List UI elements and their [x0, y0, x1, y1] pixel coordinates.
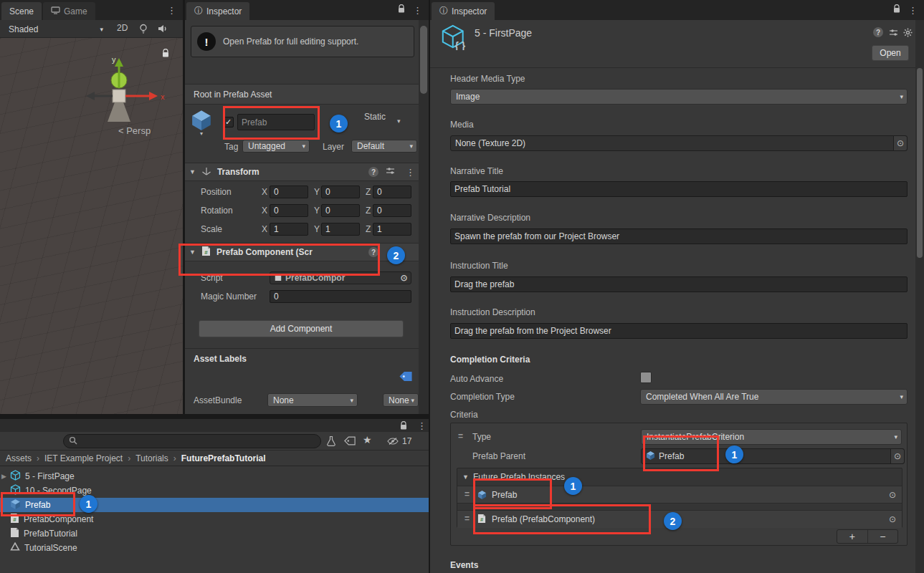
- transform-component-header[interactable]: ▼ Transform ? ⋮: [185, 163, 419, 181]
- remove-item-button[interactable]: −: [867, 530, 898, 543]
- lock-icon[interactable]: [398, 4, 405, 16]
- tab-game[interactable]: Game: [43, 2, 95, 20]
- prefab-inspector-panel: ⓘ Inspector ⋮ ! Open Prefab for full edi…: [185, 0, 429, 414]
- assetbundle-dropdown[interactable]: None▾: [267, 393, 358, 407]
- breadcrumb-tutorials[interactable]: Tutorials: [135, 453, 168, 463]
- breadcrumb-iet-example-project[interactable]: IET Example Project: [44, 453, 123, 463]
- annotation-box-project-prefab: [1, 492, 75, 516]
- auto-advance-checkbox[interactable]: [640, 372, 652, 383]
- kebab-menu-icon[interactable]: ⋮: [167, 5, 176, 16]
- tag-dropdown[interactable]: Untagged▾: [242, 140, 310, 153]
- position-y-field[interactable]: 0: [321, 186, 360, 198]
- scene-tabbar: Scene Game ⋮: [0, 0, 183, 20]
- prefab-cube-icon[interactable]: ▾: [191, 109, 212, 135]
- project-item-firstpage[interactable]: ▶ 5 - FirstPage: [0, 469, 429, 483]
- scene-lighting-icon[interactable]: [139, 24, 148, 37]
- static-dropdown[interactable]: ▾: [397, 117, 401, 125]
- kebab-menu-icon[interactable]: ⋮: [406, 167, 415, 178]
- lock-icon[interactable]: [893, 4, 900, 16]
- foldout-icon[interactable]: ▶: [1, 473, 6, 480]
- object-picker-icon[interactable]: ⊙: [890, 449, 904, 463]
- completion-type-dropdown[interactable]: Completed When All Are True▾: [640, 389, 908, 405]
- tab-inspector[interactable]: ⓘ Inspector: [432, 2, 495, 20]
- open-button-label: Open: [880, 48, 900, 58]
- scrollbar-thumb[interactable]: [420, 26, 427, 94]
- scale-y-field[interactable]: 1: [321, 223, 360, 236]
- project-item-label: TutorialScene: [24, 543, 77, 553]
- breadcrumb-assets[interactable]: Assets: [6, 453, 32, 463]
- presets-icon[interactable]: [386, 167, 395, 177]
- search-by-type-icon[interactable]: [327, 435, 335, 448]
- scrollbar-thumb[interactable]: [917, 68, 923, 258]
- add-item-button[interactable]: +: [837, 530, 867, 543]
- project-item-label: PrefabTutorial: [24, 529, 77, 539]
- assetbundle-label: AssetBundle: [194, 395, 242, 405]
- criteria-label: Criteria: [450, 410, 478, 420]
- position-z-field[interactable]: 0: [373, 186, 411, 198]
- help-icon[interactable]: ?: [368, 167, 378, 177]
- drag-handle-icon[interactable]: =: [465, 489, 470, 499]
- foldout-icon[interactable]: ▼: [189, 168, 196, 175]
- scrollbar[interactable]: [419, 20, 429, 414]
- help-icon[interactable]: ?: [873, 27, 883, 37]
- object-picker-icon[interactable]: ⊙: [893, 136, 907, 150]
- tab-game-label: Game: [64, 6, 87, 16]
- instruction-title-value: Drag the prefab: [454, 279, 514, 289]
- scale-z-field[interactable]: 1: [373, 223, 411, 236]
- hidden-count-icon[interactable]: [387, 437, 399, 448]
- instruction-description-value: Drag the prefab from the Project Browser: [454, 326, 611, 336]
- rotation-x-field[interactable]: 0: [270, 204, 308, 217]
- breadcrumb-futureprefabtutorial[interactable]: FuturePrefabTutorial: [181, 453, 266, 463]
- foldout-icon[interactable]: ▼: [462, 473, 469, 481]
- lock-icon[interactable]: [162, 49, 169, 60]
- position-x-field[interactable]: 0: [270, 186, 308, 198]
- narrative-description-field[interactable]: Spawn the prefab from our Project Browse…: [450, 228, 908, 244]
- assetbundle-variant-dropdown[interactable]: None▾: [383, 393, 419, 407]
- media-object-field[interactable]: None (Texture 2D) ⊙: [450, 135, 908, 151]
- narrative-title-field[interactable]: Prefab Tutorial: [450, 181, 908, 197]
- kebab-menu-icon[interactable]: ⋮: [417, 420, 427, 431]
- kebab-menu-icon[interactable]: ⋮: [413, 5, 422, 16]
- scene-viewport[interactable]: y x < Persp: [0, 38, 183, 414]
- 2d-toggle-button[interactable]: 2D: [117, 23, 128, 33]
- scale-x-field[interactable]: 1: [270, 223, 308, 236]
- project-item-prefabtutorial[interactable]: PrefabTutorial: [0, 526, 429, 541]
- drag-handle-icon[interactable]: =: [465, 514, 470, 524]
- object-picker-icon[interactable]: ⊙: [889, 514, 896, 524]
- list-footer-buttons: + −: [837, 529, 898, 544]
- drag-handle-icon[interactable]: =: [458, 431, 463, 441]
- presets-icon[interactable]: [889, 29, 898, 39]
- kebab-menu-icon[interactable]: ⋮: [908, 5, 918, 16]
- search-input[interactable]: [63, 434, 321, 448]
- tab-scene[interactable]: Scene: [1, 2, 42, 20]
- project-item-tutorialscene[interactable]: TutorialScene: [0, 541, 429, 555]
- scrollbar[interactable]: [915, 20, 924, 573]
- inspector-tabbar: ⓘ Inspector ⋮: [185, 0, 429, 20]
- header-media-type-dropdown[interactable]: Image▾: [450, 89, 908, 105]
- scene-audio-icon[interactable]: [158, 24, 168, 35]
- tab-scene-label: Scene: [9, 6, 34, 16]
- perspective-gizmo-label[interactable]: < Persp: [118, 125, 151, 136]
- instruction-description-field[interactable]: Drag the prefab from the Project Browser: [450, 323, 908, 339]
- search-by-label-icon[interactable]: [344, 436, 356, 448]
- tab-inspector[interactable]: ⓘ Inspector: [186, 2, 249, 20]
- rotation-z-field[interactable]: 0: [373, 204, 411, 217]
- magic-number-field[interactable]: 0: [270, 290, 411, 303]
- layer-dropdown[interactable]: Default▾: [351, 140, 417, 153]
- rotation-y-field[interactable]: 0: [321, 204, 360, 217]
- shading-mode-dropdown[interactable]: Shaded ▾: [6, 23, 106, 35]
- root-in-prefab-label: Root in Prefab Asset: [194, 90, 272, 100]
- instruction-title-field[interactable]: Drag the prefab: [450, 276, 908, 292]
- svg-text:#: #: [13, 516, 16, 523]
- lock-icon[interactable]: [400, 421, 407, 433]
- object-picker-icon[interactable]: ⊙: [397, 272, 411, 284]
- add-component-button[interactable]: Add Component: [199, 320, 404, 337]
- header-media-type-label: Header Media Type: [450, 74, 525, 84]
- object-picker-icon[interactable]: ⊙: [889, 490, 896, 500]
- divider: [185, 348, 419, 349]
- open-prefab-button[interactable]: Open: [872, 45, 909, 61]
- gear-icon[interactable]: [903, 28, 913, 39]
- label-tag-icon[interactable]: [399, 371, 413, 384]
- annotation-box-prefab-component: [178, 244, 380, 276]
- favorites-star-icon[interactable]: ★: [363, 434, 372, 446]
